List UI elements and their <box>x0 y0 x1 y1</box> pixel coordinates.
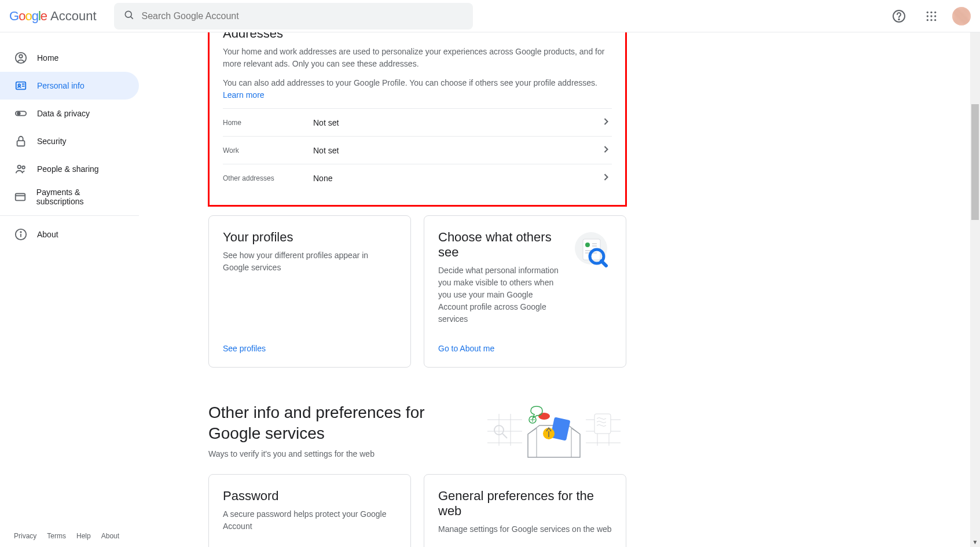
sidebar-item-home[interactable]: Home <box>0 44 139 72</box>
general-prefs-title: General preferences for the web <box>438 489 612 519</box>
sidebar-item-about[interactable]: About <box>0 221 139 248</box>
people-icon <box>14 162 28 176</box>
row-label: Other addresses <box>223 174 313 182</box>
lock-icon <box>14 134 28 148</box>
help-icon[interactable] <box>887 5 911 28</box>
address-row-home[interactable]: Home Not set <box>223 108 612 136</box>
svg-point-3 <box>898 19 900 20</box>
profile-search-illustration <box>570 230 612 271</box>
sidebar-item-label: Data & privacy <box>37 109 90 118</box>
svg-line-47 <box>502 434 507 438</box>
profiles-title: Your profiles <box>223 230 397 245</box>
svg-point-4 <box>927 11 928 13</box>
svg-point-0 <box>125 11 131 17</box>
sidebar-item-label: People & sharing <box>37 164 99 174</box>
svg-point-18 <box>17 112 20 115</box>
google-logo-text: Google <box>9 9 47 24</box>
credit-card-icon <box>14 190 27 204</box>
chevron-right-icon <box>600 144 612 157</box>
svg-point-26 <box>20 232 21 232</box>
row-label: Work <box>223 146 313 155</box>
toggle-icon <box>14 107 28 120</box>
footer-link-terms[interactable]: Terms <box>47 532 66 540</box>
learn-more-link[interactable]: Learn more <box>223 90 265 100</box>
footer-link-help[interactable]: Help <box>76 532 91 540</box>
svg-point-9 <box>934 15 936 17</box>
main-content: Addresses Your home and work addresses a… <box>162 0 980 547</box>
address-row-work[interactable]: Work Not set <box>223 136 612 164</box>
svg-point-21 <box>22 166 25 169</box>
others-title: Choose what others see <box>438 230 561 260</box>
see-profiles-link[interactable]: See profiles <box>223 332 397 353</box>
header-right <box>887 5 971 28</box>
password-card[interactable]: Password A secure password helps protect… <box>208 474 411 547</box>
svg-point-6 <box>934 11 936 13</box>
addresses-card: Addresses Your home and work addresses a… <box>208 12 626 206</box>
footer-link-privacy[interactable]: Privacy <box>14 532 36 540</box>
product-name: Account <box>50 9 97 24</box>
svg-point-11 <box>930 19 932 21</box>
sidebar: Home Personal info Data & privacy Securi… <box>0 32 162 547</box>
footer: Privacy Terms Help About <box>0 525 133 547</box>
general-prefs-desc: Manage settings for Google services on t… <box>438 523 612 535</box>
password-desc: A secure password helps protect your Goo… <box>223 508 397 533</box>
sidebar-item-payments[interactable]: Payments & subscriptions <box>0 183 139 211</box>
sidebar-item-label: Security <box>37 137 67 146</box>
svg-point-8 <box>930 15 932 17</box>
search-bar[interactable] <box>114 3 473 30</box>
row-label: Home <box>223 119 313 127</box>
svg-point-10 <box>927 19 928 21</box>
other-info-section-head: Other info and preferences for Google se… <box>208 402 626 460</box>
svg-point-7 <box>927 15 928 17</box>
logo[interactable]: Google Account <box>9 9 97 24</box>
svg-point-12 <box>934 19 936 21</box>
addresses-desc1: Your home and work addresses are used to… <box>223 46 612 70</box>
row-value: Not set <box>313 118 600 127</box>
scroll-down-arrow-icon[interactable]: ▼ <box>970 537 980 547</box>
row-value: Not set <box>313 146 600 155</box>
sidebar-item-people-sharing[interactable]: People & sharing <box>0 155 139 183</box>
password-title: Password <box>223 489 397 504</box>
info-icon <box>14 227 28 241</box>
address-row-other[interactable]: Other addresses None <box>223 164 612 192</box>
person-circle-icon <box>14 51 28 65</box>
svg-point-14 <box>19 55 23 58</box>
sidebar-item-label: About <box>37 230 58 239</box>
svg-rect-22 <box>16 194 25 201</box>
preferences-illustration <box>482 402 626 460</box>
svg-line-35 <box>601 261 606 266</box>
go-to-about-me-link[interactable]: Go to About me <box>438 332 612 353</box>
svg-point-16 <box>18 84 20 86</box>
apps-icon[interactable] <box>920 5 943 28</box>
vertical-scrollbar[interactable]: ▲ ▼ <box>970 0 980 547</box>
chevron-right-icon <box>600 171 612 185</box>
sidebar-item-label: Personal info <box>37 81 85 90</box>
search-input[interactable] <box>142 11 464 21</box>
id-card-icon <box>14 79 28 93</box>
sidebar-item-personal-info[interactable]: Personal info <box>0 72 139 100</box>
svg-rect-48 <box>594 414 611 434</box>
profiles-desc: See how your different profiles appear i… <box>223 249 397 274</box>
bottom-cards-row: Password A secure password helps protect… <box>208 474 626 547</box>
avatar[interactable] <box>952 7 971 25</box>
row-value: None <box>313 174 600 183</box>
sidebar-item-security[interactable]: Security <box>0 127 139 155</box>
choose-others-see-card: Choose what others see Decide what perso… <box>424 215 626 368</box>
chevron-right-icon <box>600 116 612 130</box>
search-icon <box>123 9 135 23</box>
addresses-desc2-text: You can also add addresses to your Googl… <box>223 78 597 87</box>
svg-line-1 <box>130 16 133 19</box>
sidebar-item-data-privacy[interactable]: Data & privacy <box>0 100 139 127</box>
profile-cards-row: Your profiles See how your different pro… <box>208 215 626 368</box>
addresses-desc2: You can also add addresses to your Googl… <box>223 77 612 101</box>
footer-link-about[interactable]: About <box>101 532 119 540</box>
sidebar-divider <box>0 215 139 216</box>
other-info-title: Other info and preferences for Google se… <box>208 402 458 445</box>
your-profiles-card: Your profiles See how your different pro… <box>208 215 411 368</box>
svg-rect-19 <box>17 141 25 146</box>
svg-point-20 <box>18 166 21 169</box>
svg-point-51 <box>538 413 550 420</box>
general-prefs-card[interactable]: General preferences for the web Manage s… <box>424 474 626 547</box>
others-desc: Decide what personal information you mak… <box>438 265 561 325</box>
scrollbar-thumb[interactable] <box>971 104 979 220</box>
